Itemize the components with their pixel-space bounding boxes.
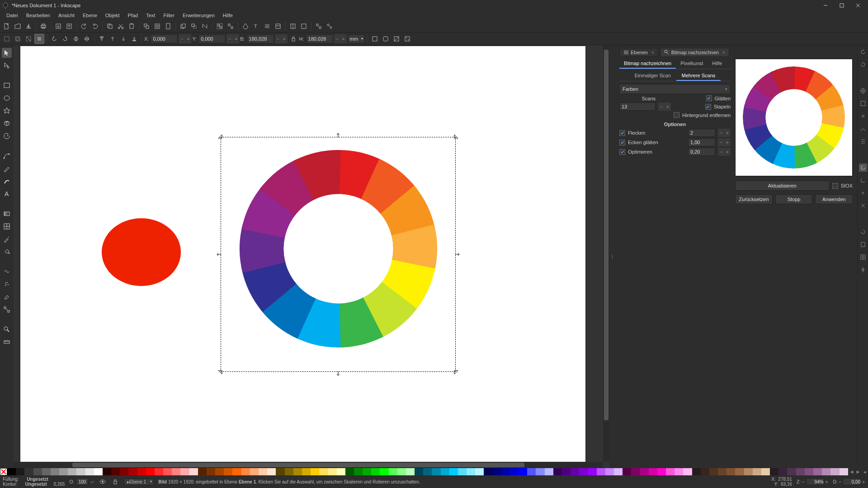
palette-swatch[interactable] [562, 468, 571, 475]
layers-dialog-icon[interactable] [262, 21, 272, 31]
palette-swatch[interactable] [458, 468, 467, 475]
subtab-help[interactable]: Hilfe [708, 59, 726, 69]
stop-button[interactable]: Stopp [775, 194, 813, 204]
rotate-ccw-icon[interactable] [49, 34, 59, 44]
palette-swatch[interactable] [172, 468, 180, 475]
palette-swatch[interactable] [24, 468, 33, 475]
palette-swatch[interactable] [302, 468, 311, 475]
toggle-selection-icon[interactable] [34, 34, 44, 44]
palette-swatch[interactable] [726, 468, 735, 475]
palette-swatch[interactable] [85, 468, 94, 475]
palette-swatch[interactable] [605, 468, 614, 475]
raise-icon[interactable] [108, 34, 118, 44]
palette-swatch[interactable] [198, 468, 207, 475]
flecken-checkbox[interactable] [619, 130, 625, 136]
opacity-field[interactable]: O: ▴▾ [69, 478, 94, 485]
strip-path-icon[interactable] [859, 125, 867, 133]
strip-snap2-icon[interactable] [859, 202, 867, 210]
import-icon[interactable] [53, 21, 63, 31]
transform-dialog-icon[interactable] [299, 21, 309, 31]
undo-icon[interactable] [79, 21, 89, 31]
palette-swatch[interactable] [692, 468, 701, 475]
save-icon[interactable] [24, 21, 33, 31]
x-input[interactable] [151, 34, 178, 43]
palette-swatch[interactable] [163, 468, 172, 475]
subtab-pixel[interactable]: Pixelkunst [676, 59, 708, 69]
palette-swatch[interactable] [415, 468, 423, 475]
transform-corners-icon[interactable] [381, 34, 391, 44]
palette-swatch[interactable] [232, 468, 241, 475]
3dbox-tool-icon[interactable] [2, 118, 12, 128]
palette-swatch[interactable] [666, 468, 675, 475]
layer-visibility-icon[interactable] [99, 478, 107, 486]
glaetten-checkbox[interactable] [706, 95, 712, 101]
palette-swatch[interactable] [68, 468, 76, 475]
palette-swatch[interactable] [337, 468, 345, 475]
palette-swatch[interactable] [657, 468, 666, 475]
palette-swatch[interactable] [146, 468, 155, 475]
layer-lock-icon[interactable] [111, 478, 119, 486]
palette-swatch[interactable] [207, 468, 215, 475]
maximize-button[interactable] [834, 0, 850, 11]
strip-snap-icon[interactable] [859, 99, 867, 108]
palette-swatch[interactable] [406, 468, 415, 475]
palette-swatch[interactable] [224, 468, 232, 475]
dropper-tool-icon[interactable] [2, 234, 12, 244]
spray-tool-icon[interactable] [2, 279, 12, 289]
strip-guide-icon[interactable] [859, 266, 867, 274]
text-tool-icon[interactable]: A [2, 189, 12, 199]
palette-swatch[interactable] [805, 468, 813, 475]
h-input[interactable] [306, 34, 333, 43]
palette-swatch[interactable] [371, 468, 380, 475]
palette-swatch[interactable] [467, 468, 475, 475]
palette-swatch[interactable] [363, 468, 371, 475]
strip-center-icon[interactable] [859, 189, 867, 197]
siox-checkbox[interactable] [832, 183, 838, 189]
ecken-input[interactable] [688, 138, 715, 146]
palette-scroll[interactable]: ◄ ► [848, 468, 862, 475]
ungroup-icon[interactable] [226, 21, 236, 31]
flecken-input[interactable] [688, 129, 715, 137]
strip-align-icon[interactable] [859, 137, 867, 145]
palette-swatch[interactable] [397, 468, 406, 475]
palette-swatch[interactable] [744, 468, 753, 475]
horizontal-scrollbar[interactable] [14, 462, 603, 468]
new-icon[interactable] [2, 21, 12, 31]
selector-tool-icon[interactable] [2, 48, 12, 58]
palette-swatch[interactable] [527, 468, 536, 475]
scantab-multi[interactable]: Mehrere Scans [676, 71, 721, 81]
close-button[interactable] [850, 0, 866, 11]
palette-swatch[interactable] [276, 468, 284, 475]
rotation-field[interactable]: D: − + [833, 478, 865, 485]
palette-swatch[interactable] [250, 468, 259, 475]
palette-swatch[interactable] [553, 468, 562, 475]
palette-swatch[interactable] [579, 468, 588, 475]
h-stepper[interactable]: −+ [334, 34, 347, 43]
lower-icon[interactable] [118, 34, 128, 44]
mesh-tool-icon[interactable] [2, 221, 12, 231]
palette-swatch[interactable] [155, 468, 163, 475]
bezier-tool-icon[interactable] [2, 151, 12, 161]
menu-hilfe[interactable]: Hilfe [219, 12, 236, 19]
x-stepper[interactable]: −+ [179, 34, 191, 43]
y-input[interactable] [198, 34, 226, 43]
palette-swatch[interactable] [597, 468, 605, 475]
palette-none-swatch[interactable] [0, 469, 7, 475]
flip-h-icon[interactable] [71, 34, 81, 44]
strip-node-icon[interactable] [859, 112, 867, 120]
gradient-tool-icon[interactable] [2, 209, 12, 219]
palette-swatch[interactable] [519, 468, 527, 475]
strip-corner-icon[interactable] [859, 176, 867, 184]
palette-swatch[interactable] [441, 468, 449, 475]
close-icon[interactable]: × [651, 50, 654, 55]
eraser-tool-icon[interactable] [2, 292, 12, 302]
palette-swatch[interactable] [735, 468, 744, 475]
palette-swatch[interactable] [103, 468, 111, 475]
palette-menu-icon[interactable]: ◂ [862, 468, 868, 475]
clone-icon[interactable] [189, 21, 199, 31]
document-properties-icon[interactable] [325, 21, 335, 31]
palette-swatch[interactable] [718, 468, 726, 475]
palette-swatch[interactable] [111, 468, 120, 475]
unlink-clone-icon[interactable] [200, 21, 210, 31]
panel-collapse-handle[interactable]: ⋮ [609, 45, 615, 468]
